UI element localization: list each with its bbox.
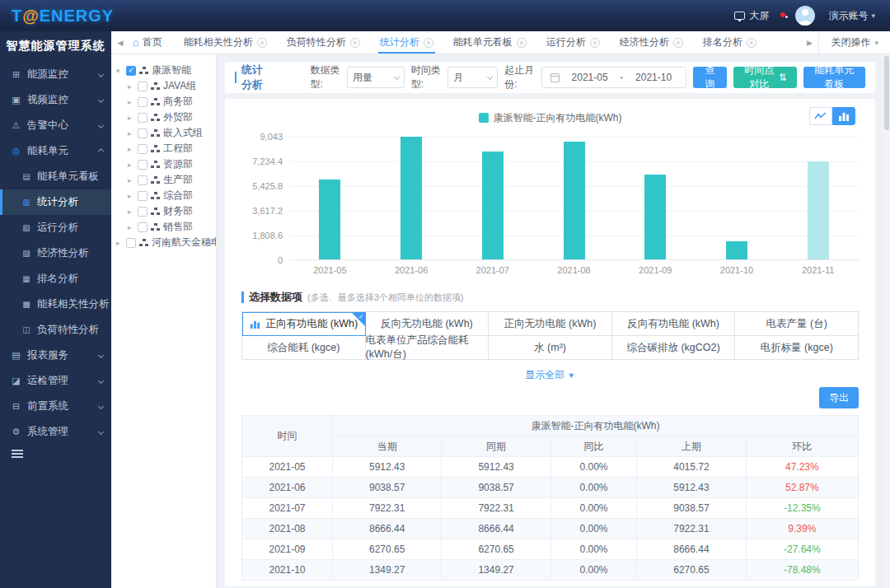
sidebar-item-report-service[interactable]: ▤报表服务 xyxy=(0,343,111,368)
sidebar-item-video-monitor[interactable]: ▣视频监控 xyxy=(0,87,111,113)
energy-unit-board-button[interactable]: 能耗单元看板 xyxy=(803,67,865,88)
sidebar-item-statistic-analysis[interactable]: ▥统计分析 xyxy=(0,189,111,215)
caret-right-icon[interactable]: ▸ xyxy=(128,161,134,169)
data-item-comprehensive-energy[interactable]: 综合能耗 (kgce) xyxy=(242,336,366,360)
caret-right-icon[interactable]: ▸ xyxy=(128,208,134,216)
tabs-scroll-left-icon[interactable]: ◀ xyxy=(111,39,129,47)
data-item-unit-product-energy[interactable]: 电表单位产品综合能耗 (kWh/台) xyxy=(366,336,490,360)
sidebar-item-front-system[interactable]: ⊟前置系统 xyxy=(0,394,111,419)
tree-node[interactable]: ▸工程部 xyxy=(116,141,216,156)
checkbox[interactable] xyxy=(138,82,148,91)
chart-bar[interactable] xyxy=(400,137,422,259)
tree-node[interactable]: ▸嵌入式组 xyxy=(116,125,216,141)
scrollbar-thumb[interactable] xyxy=(884,56,889,130)
tab-statistic-analysis[interactable]: 统计分析 xyxy=(370,31,443,54)
data-item-reverse-active-energy[interactable]: 反向有功电能 (kWh) xyxy=(612,312,736,336)
tab-operation-analysis[interactable]: 运行分析 xyxy=(536,31,610,54)
caret-right-icon[interactable]: ▸ xyxy=(128,192,134,200)
sidebar-item-load-characteristic[interactable]: ◫负荷特性分析 xyxy=(0,317,111,343)
sidebar-item-ranking-analysis[interactable]: ▦排名分析 xyxy=(0,266,111,292)
caret-right-icon[interactable]: ▸ xyxy=(116,239,123,247)
sidebar-item-alarm-center[interactable]: ⚠告警中心 xyxy=(0,113,111,138)
caret-right-icon[interactable]: ▸ xyxy=(128,98,134,106)
sidebar-item-energy-monitor[interactable]: ⊞能源监控 xyxy=(0,62,111,87)
checkbox[interactable] xyxy=(138,175,148,185)
data-item-meter-output[interactable]: 电表产量 (台) xyxy=(735,312,859,336)
chart-bar[interactable] xyxy=(564,142,585,259)
caret-right-icon[interactable]: ▸ xyxy=(128,176,134,184)
close-icon[interactable] xyxy=(257,38,267,48)
account-menu[interactable]: 演示账号 ▾ xyxy=(828,9,875,23)
tree-node-sibling[interactable]: ▸河南航天金穗电子有 xyxy=(116,235,216,250)
tab-economic-analysis[interactable]: 经济性分析 xyxy=(610,31,693,54)
caret-right-icon[interactable]: ▸ xyxy=(128,145,134,153)
close-operations-menu[interactable]: 关闭操作 ▾ xyxy=(818,31,890,54)
checkbox[interactable] xyxy=(126,238,136,248)
export-button[interactable]: 导出 xyxy=(819,387,859,408)
checkbox[interactable] xyxy=(138,222,148,232)
sidebar-item-maintenance[interactable]: ◪运检管理 xyxy=(0,368,111,394)
tree-node[interactable]: ▸资源部 xyxy=(116,156,216,172)
checkbox[interactable] xyxy=(138,160,148,170)
tree-node[interactable]: ▸销售部 xyxy=(116,219,216,235)
checkbox[interactable] xyxy=(138,128,148,138)
chart-bar[interactable] xyxy=(726,241,747,259)
sidebar-item-economic-analysis[interactable]: ▨经济性分析 xyxy=(0,240,111,266)
sidebar-collapse-toggle[interactable] xyxy=(12,450,23,458)
big-screen-button[interactable]: 大屏 xyxy=(734,9,769,23)
tree-node-root[interactable]: ▾ 康派智能 xyxy=(116,63,216,78)
close-icon[interactable] xyxy=(590,38,600,48)
sidebar-item-system-admin[interactable]: ⚙系统管理 xyxy=(0,419,111,445)
range-start-value[interactable]: 2021-05 xyxy=(566,72,613,83)
data-item-electricity-standard[interactable]: 电折标量 (kgce) xyxy=(735,336,859,360)
tab-load-characteristic[interactable]: 负荷特性分析 xyxy=(277,31,370,54)
range-end-value[interactable]: 2021-10 xyxy=(630,72,677,83)
checkbox-checked[interactable] xyxy=(126,66,136,76)
close-icon[interactable] xyxy=(673,38,683,48)
caret-right-icon[interactable]: ▸ xyxy=(128,114,134,122)
data-item-carbon-emission[interactable]: 综合碳排放 (kgCO2) xyxy=(612,336,736,360)
data-item-water[interactable]: 水 (m³) xyxy=(489,336,612,360)
close-icon[interactable] xyxy=(517,38,527,48)
close-icon[interactable] xyxy=(350,38,360,48)
scrollbar[interactable] xyxy=(883,54,890,588)
checkbox[interactable] xyxy=(138,144,148,154)
month-range-picker[interactable]: 2021-05 - 2021-10 xyxy=(541,67,686,88)
tab-energy-unit-board[interactable]: 能耗单元看板 xyxy=(443,31,536,54)
tree-node[interactable]: ▸生产部 xyxy=(116,172,216,188)
checkbox[interactable] xyxy=(138,97,148,107)
close-icon[interactable] xyxy=(747,38,756,48)
sidebar-item-energy-unit-board[interactable]: ▤能耗单元看板 xyxy=(0,164,111,189)
data-item-forward-reactive-energy[interactable]: 正向无功电能 (kWh) xyxy=(489,312,612,336)
time-compare-button[interactable]: 时间点对比⇅ xyxy=(733,67,797,88)
tree-node[interactable]: ▸商务部 xyxy=(116,94,216,110)
caret-right-icon[interactable]: ▸ xyxy=(128,129,134,138)
chart-bar[interactable] xyxy=(644,175,666,259)
tab-correlation-analysis[interactable]: 能耗相关性分析 xyxy=(174,31,277,54)
sidebar-item-energy-unit[interactable]: ◎能耗单元 xyxy=(0,138,111,164)
chart-bar[interactable] xyxy=(482,152,504,259)
query-button[interactable]: 查询 xyxy=(693,67,727,88)
chart-bar[interactable] xyxy=(808,161,829,259)
tabs-scroll-right-icon[interactable]: ▶ xyxy=(800,39,818,47)
checkbox[interactable] xyxy=(138,207,148,217)
line-chart-button[interactable] xyxy=(809,107,832,125)
tree-node[interactable]: ▸财务部 xyxy=(116,203,216,219)
caret-down-icon[interactable]: ▾ xyxy=(116,67,123,75)
tree-node[interactable]: ▸JAVA组 xyxy=(116,78,216,94)
caret-right-icon[interactable]: ▸ xyxy=(128,223,134,231)
sidebar-item-correlation-analysis[interactable]: ▩能耗相关性分析 xyxy=(0,292,111,317)
show-all-toggle[interactable]: 显示全部 ▼ xyxy=(241,368,859,382)
data-type-select[interactable]: 用量 xyxy=(347,67,405,88)
tab-home[interactable]: ⌂ 首页 xyxy=(129,31,174,54)
avatar[interactable] xyxy=(795,6,815,26)
data-item-forward-active-energy[interactable]: 正向有功电能 (kWh) xyxy=(242,312,366,336)
tab-ranking-analysis[interactable]: 排名分析 xyxy=(693,31,766,54)
caret-right-icon[interactable]: ▸ xyxy=(128,82,134,91)
tree-node[interactable]: ▸综合部 xyxy=(116,188,216,203)
checkbox[interactable] xyxy=(138,113,148,123)
time-type-select[interactable]: 月 xyxy=(447,67,498,88)
chart-bar[interactable] xyxy=(319,180,340,259)
data-item-reverse-reactive-energy[interactable]: 反向无功电能 (kWh) xyxy=(366,312,490,336)
bar-chart-button[interactable] xyxy=(832,107,855,125)
